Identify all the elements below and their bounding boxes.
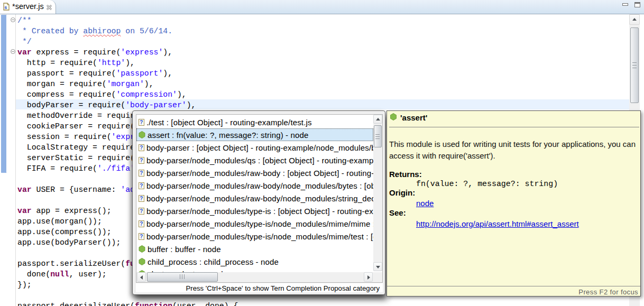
svg-text:s: s xyxy=(4,5,7,10)
